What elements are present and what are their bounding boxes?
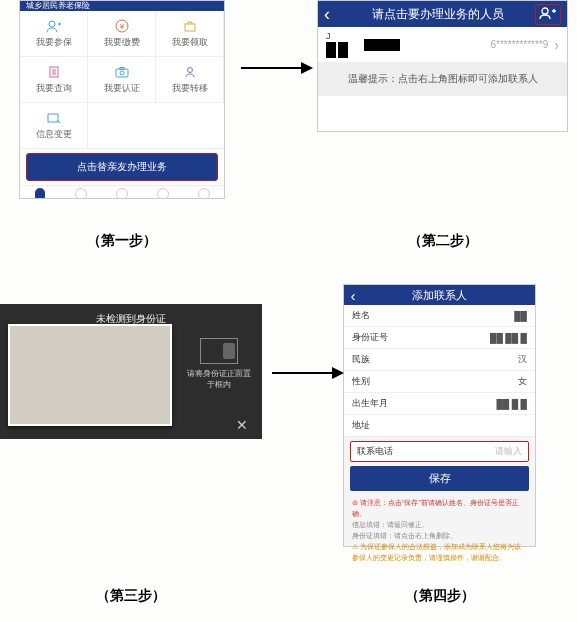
field-label: 身份证号: [352, 331, 490, 344]
person-row[interactable]: J 6************9 ›: [318, 27, 567, 62]
chevron-right-icon: ›: [554, 37, 559, 53]
edit-card-icon: [46, 111, 62, 125]
note-text: 请注意：点击"保存"前请确认姓名、身份证号是否正确。: [352, 499, 519, 517]
grid-item-zhuanyi[interactable]: 我要转移: [156, 57, 224, 103]
grid-item-label: 我要参保: [36, 36, 72, 49]
document-icon: [46, 65, 62, 79]
form-row-gender[interactable]: 性别女: [344, 371, 535, 393]
add-contact-button[interactable]: [535, 4, 561, 25]
save-button[interactable]: 保存: [350, 466, 529, 491]
step4-header: ‹ 添加联系人: [344, 285, 535, 305]
scan-text: 请将身份证正面置于框内: [187, 369, 251, 389]
grid-item-renzheng[interactable]: 我要认证: [88, 57, 156, 103]
search-icon: [157, 188, 169, 199]
form-row-ethnic[interactable]: 民族汉: [344, 349, 535, 371]
grid-item-lingqu[interactable]: 我要领取: [156, 11, 224, 57]
field-label: 性别: [352, 375, 518, 388]
receive-icon: [182, 19, 198, 33]
field-value: ██: [514, 311, 527, 321]
svg-rect-3: [185, 24, 195, 31]
field-label: 民族: [352, 353, 518, 366]
id-photo-icon: [223, 343, 235, 359]
grid-item-label: 我要转移: [172, 82, 208, 95]
svg-rect-9: [48, 114, 58, 122]
eye-icon: [116, 188, 128, 199]
bottom-tabs: 我要办 通知 我要问 我要查 我的: [20, 185, 224, 199]
note-text: 为保证参保人的合法权益，添加成为联系人您将为该参保人的变更记录负责，请谨慎操作，…: [352, 543, 521, 561]
grid-item-label: 我要缴费: [104, 36, 140, 49]
caption-step2: （第二步）: [317, 232, 568, 250]
tab-tongzhi[interactable]: 通知: [61, 186, 102, 199]
field-label: 地址: [352, 419, 527, 432]
add-person-icon: [539, 6, 557, 20]
id-card-icon: [200, 338, 238, 364]
bell-icon: [75, 188, 87, 199]
note-text: 信息填错：请返回修正。: [352, 521, 429, 528]
grid-item-biangeng[interactable]: 信息变更: [20, 103, 88, 149]
masked-name: [364, 39, 400, 51]
step1-panel: 城乡居民养老保险 我要参保 ¥ 我要缴费 我要领取 我要查询 我要认证: [19, 0, 225, 199]
step1-header: 城乡居民养老保险: [20, 1, 224, 11]
step4-title: 添加联系人: [362, 288, 517, 303]
svg-point-10: [542, 8, 548, 14]
camera-icon: [114, 65, 130, 79]
grid-item-chaxun[interactable]: 我要查询: [20, 57, 88, 103]
user-icon: [198, 188, 210, 199]
grid-item-label: 我要领取: [172, 36, 208, 49]
tab-woyaoban[interactable]: 我要办: [20, 186, 61, 199]
id-scan-frame: [8, 324, 172, 426]
avatar-initial: J: [326, 31, 358, 41]
phone-input[interactable]: 联系电话 请输入: [350, 441, 529, 462]
svg-point-0: [49, 21, 55, 27]
grid-item-label: 我要认证: [104, 82, 140, 95]
arrow-1: [241, 62, 313, 74]
form-row-address[interactable]: 地址: [344, 415, 535, 437]
notes-block: ⊘ 请注意：点击"保存"前请确认姓名、身份证号是否正确。 信息填错：请返回修正。…: [344, 495, 535, 565]
close-icon[interactable]: ✕: [236, 417, 248, 433]
caption-step1: （第一步）: [19, 232, 225, 250]
caption-step3: （第三步）: [0, 587, 262, 605]
tab-woyaocha[interactable]: 我要查: [142, 186, 183, 199]
tab-woyaowen[interactable]: 我要问: [102, 186, 143, 199]
home-icon: [35, 188, 45, 198]
grid-item-canbao[interactable]: 我要参保: [20, 11, 88, 57]
user-plus-icon: [46, 19, 62, 33]
grid-item-label: 信息变更: [36, 128, 72, 141]
arrow-2: [272, 367, 344, 379]
step3-panel: 未检测到身份证 请将身份证正面置于框内 ✕: [0, 304, 262, 439]
placeholder-text: 请输入: [495, 445, 522, 458]
grid-item-empty: [88, 103, 156, 149]
field-label: 姓名: [352, 309, 514, 322]
alert-icon: ⚠: [352, 543, 360, 550]
avatar-bar-icon: [326, 42, 336, 58]
field-value: 女: [518, 375, 527, 388]
form-row-id[interactable]: 身份证号██ ██ █: [344, 327, 535, 349]
step2-header: ‹ 请点击要办理业务的人员: [318, 1, 567, 27]
svg-point-6: [120, 71, 124, 75]
field-label: 联系电话: [357, 445, 495, 458]
field-value: ██ ██ █: [490, 333, 527, 343]
tab-wode[interactable]: 我的: [183, 186, 224, 199]
back-icon[interactable]: ‹: [324, 4, 340, 25]
avatar: J: [326, 31, 358, 58]
form-row-dob[interactable]: 出生年月██ █ █: [344, 393, 535, 415]
scan-instructions: 请将身份证正面置于框内: [184, 338, 254, 390]
form-row-name[interactable]: 姓名██: [344, 305, 535, 327]
warn-icon: ⊘: [352, 499, 360, 506]
help-family-button[interactable]: 点击替亲友办理业务: [26, 153, 218, 181]
step2-title: 请点击要办理业务的人员: [340, 6, 535, 23]
grid-item-label: 我要查询: [36, 82, 72, 95]
note-text: 身份证填错：请点击右上角删除。: [352, 532, 457, 539]
step1-grid: 我要参保 ¥ 我要缴费 我要领取 我要查询 我要认证 我要转移: [20, 11, 224, 149]
svg-point-8: [187, 67, 192, 72]
back-icon[interactable]: ‹: [344, 287, 362, 304]
caption-step4: （第四步）: [343, 587, 536, 605]
svg-text:¥: ¥: [118, 22, 124, 31]
grid-item-empty2: [156, 103, 224, 149]
step4-panel: ‹ 添加联系人 姓名██ 身份证号██ ██ █ 民族汉 性别女 出生年月██ …: [343, 284, 536, 547]
grid-item-jiaofei[interactable]: ¥ 我要缴费: [88, 11, 156, 57]
field-label: 出生年月: [352, 397, 496, 410]
transfer-icon: [182, 65, 198, 79]
field-value: ██ █ █: [496, 399, 527, 409]
field-value: 汉: [518, 353, 527, 366]
